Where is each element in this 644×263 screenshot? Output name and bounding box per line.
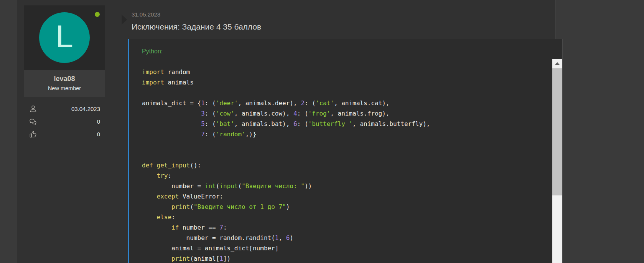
likes-icon <box>29 130 38 139</box>
online-status-dot <box>95 12 100 17</box>
stat-row-messages: 0 <box>29 117 100 126</box>
avatar[interactable]: L <box>39 12 90 63</box>
avatar-letter: L <box>56 21 73 52</box>
stat-row-joined: 03.04.2023 <box>29 104 100 113</box>
code-scroll-area: import randomimport animals animals_dict… <box>129 59 552 263</box>
user-stats: 03.04.2023 0 0 <box>24 97 105 138</box>
user-card: L leva08 New member 03.04.2023 0 <box>24 5 105 142</box>
messages-count: 0 <box>97 118 100 125</box>
code-block: Python: import randomimport animals anim… <box>128 39 563 263</box>
likes-count: 0 <box>97 131 100 137</box>
post-container: L leva08 New member 03.04.2023 0 <box>17 0 555 263</box>
code-content[interactable]: import randomimport animals animals_dict… <box>129 59 552 263</box>
scrollbar-thumb[interactable] <box>552 68 562 195</box>
stat-row-likes: 0 <box>29 130 100 138</box>
messages-icon <box>29 117 38 126</box>
message-arrow <box>122 15 127 25</box>
post-date: 31.05.2023 <box>132 11 160 18</box>
user-names-block: leva08 New member <box>24 70 105 97</box>
post-title: Исключения: Задание 4 35 баллов <box>132 22 261 31</box>
scrollbar-up-button[interactable] <box>552 59 562 68</box>
user-role: New member <box>26 85 102 91</box>
user-icon <box>29 104 38 113</box>
avatar-panel: L <box>24 5 105 70</box>
code-language-label: Python: <box>142 48 163 55</box>
scrollbar[interactable] <box>552 59 562 263</box>
joined-date: 03.04.2023 <box>71 106 100 112</box>
username-link[interactable]: leva08 <box>26 75 102 83</box>
